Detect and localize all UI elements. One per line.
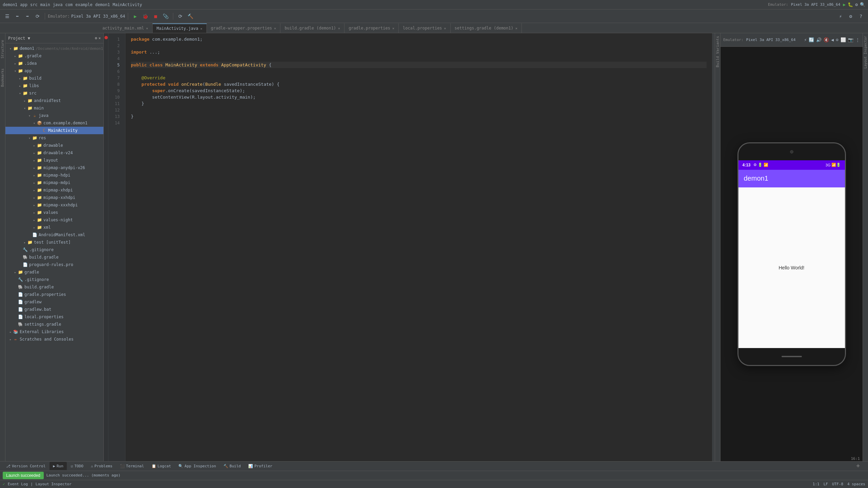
tab-close[interactable]: ✕ — [200, 27, 202, 30]
tree-item-settings-gradle[interactable]: 🐘 settings.gradle — [5, 321, 103, 328]
tree-item-xml[interactable]: ▸ 📁 xml — [5, 224, 103, 231]
bookmarks-label[interactable]: Bookmarks — [1, 68, 4, 87]
tree-item-external-libs[interactable]: ▸ 📚 External Libraries — [5, 328, 103, 336]
tab-settings-gradle[interactable]: settings.gradle (demon1) ✕ — [451, 23, 522, 33]
tree-item-gradle-props[interactable]: 📄 gradle.properties — [5, 291, 103, 298]
tree-item-gitignore-app[interactable]: 🔧 .gitignore — [5, 246, 103, 253]
tree-item-gradle-dir[interactable]: ▸ 📁 gradle — [5, 268, 103, 276]
launch-succeeded-button[interactable]: Launch succeeded — [3, 472, 44, 479]
tree-item-libs[interactable]: ▸ 📁 libs — [5, 82, 103, 89]
tab-close[interactable]: ✕ — [338, 26, 340, 30]
tree-item-values-night[interactable]: ▸ 📁 values-night — [5, 216, 103, 224]
debug-icon[interactable]: 🐛 — [848, 2, 853, 7]
menu-mainactivity[interactable]: MainActivity — [113, 2, 142, 7]
tab-logcat[interactable]: 📋 Logcat — [148, 462, 175, 470]
tree-item-mipmap-xxxhdpi[interactable]: ▸ 📁 mipmap-xxxhdpi — [5, 201, 103, 209]
sidebar-header[interactable]: Project ▼ ⚙ ✕ — [5, 33, 103, 43]
emu-settings-btn[interactable]: ⋮ — [855, 37, 860, 42]
search-icon[interactable]: 🔍 — [860, 2, 865, 7]
menu-demon1[interactable]: demon1 — [3, 2, 17, 7]
tab-activity-main-xml[interactable]: activity_main.xml ✕ — [98, 23, 153, 33]
tree-item-test[interactable]: ▸ 📁 test [unitTest] — [5, 239, 103, 246]
tree-item-scratches[interactable]: ▸ ✏ Scratches and Consoles — [5, 336, 103, 343]
tree-item-androidmanifest[interactable]: 📄 AndroidManifest.xml — [5, 231, 103, 239]
tree-item-demon1-root[interactable]: ▾ 📁 demon1 /Documents/code/Android/demon… — [5, 45, 103, 52]
layout-inspector-btn[interactable]: Layout Inspector — [36, 482, 72, 486]
tree-item-local-props[interactable]: 📄 local.properties — [5, 313, 103, 321]
settings-icon[interactable]: ⚙ — [855, 2, 858, 7]
tab-app-inspection[interactable]: 🔍 App Inspection — [175, 462, 219, 470]
code-editor[interactable]: 1 2 3 4 5 6 7 8 9 10 11 12 13 14 package… — [104, 33, 715, 461]
tree-item-mipmap-anydpi[interactable]: ▸ 📁 mipmap-anydpi-v26 — [5, 164, 103, 171]
emu-vol-up-btn[interactable]: 🔊 — [816, 37, 822, 42]
tree-item-mipmap-hdpi[interactable]: ▸ 📁 mipmap-hdpi — [5, 171, 103, 179]
tree-item-mipmap-mdpi[interactable]: ▸ 📁 mipmap-mdpi — [5, 179, 103, 186]
toolbar-btn-forward[interactable]: ➡ — [23, 12, 32, 21]
emu-power-btn[interactable]: ⚡ — [804, 37, 807, 42]
layout-inspector-label[interactable]: Layout Inspector — [864, 36, 867, 68]
structure-label[interactable]: Structure — [1, 40, 4, 58]
emu-home-btn[interactable]: ⊙ — [836, 37, 839, 42]
emulator-toolbar-device[interactable]: Pixel 3a API 33_x86_64 — [71, 14, 125, 19]
tree-item-src[interactable]: ▾ 📁 src — [5, 89, 103, 97]
phone-body[interactable]: Hello World! — [738, 187, 845, 348]
debug-btn[interactable]: 🐞 — [141, 12, 150, 21]
emu-back-btn[interactable]: ◀ — [831, 37, 834, 42]
tree-item-res[interactable]: ▾ 📁 res — [5, 134, 103, 142]
tab-todo[interactable]: ☑ TODO — [67, 462, 87, 470]
toolbar-btn-back[interactable]: ⬅ — [13, 12, 22, 21]
settings-toolbar-btn[interactable]: ⚙ — [846, 12, 855, 21]
attach-btn[interactable]: 📎 — [161, 12, 170, 21]
tab-close[interactable]: ✕ — [515, 26, 517, 30]
tree-item-build-gradle-app[interactable]: 🐘 build.gradle — [5, 253, 103, 261]
tab-profiler[interactable]: 📊 Profiler — [245, 462, 276, 470]
menu-example[interactable]: example — [75, 2, 93, 7]
emu-overview-btn[interactable]: ⬜ — [841, 37, 846, 42]
emu-vol-down-btn[interactable]: 🔇 — [824, 37, 829, 42]
emulator-device[interactable]: Pixel 3a API 33_x86_64 — [791, 2, 841, 7]
stop-btn[interactable]: ■ — [151, 12, 160, 21]
app-menu[interactable]: demon1 app src main java com example dem… — [3, 2, 142, 7]
menu-src[interactable]: src — [30, 2, 38, 7]
tab-local-properties[interactable]: local.properties ✕ — [399, 23, 451, 33]
tree-item-gitignore-root[interactable]: 🔧 .gitignore — [5, 276, 103, 283]
tree-item-drawable-v24[interactable]: ▸ 📁 drawable-v24 — [5, 149, 103, 157]
tab-gradle-properties[interactable]: gradle.properties ✕ — [344, 23, 399, 33]
event-log-btn[interactable]: Event Log — [8, 482, 28, 486]
tree-item-gradle-hidden[interactable]: ▸ 📁 .gradle — [5, 52, 103, 60]
tab-build[interactable]: 🔨 Build — [220, 462, 244, 470]
menu-java[interactable]: java — [53, 2, 63, 7]
tree-item-mipmap-xhdpi[interactable]: ▸ 📁 mipmap-xhdpi — [5, 186, 103, 194]
tab-close[interactable]: ✕ — [444, 26, 446, 30]
sidebar-tree[interactable]: ▾ 📁 demon1 /Documents/code/Android/demon… — [5, 43, 103, 461]
breakpoint-row-5[interactable] — [104, 36, 108, 42]
tab-problems[interactable]: ⚠ Problems — [87, 462, 116, 470]
emu-rotate-btn[interactable]: 🔄 — [809, 37, 814, 42]
tree-item-package[interactable]: ▾ 📦 com.example.demon1 — [5, 119, 103, 127]
tab-close[interactable]: ✕ — [392, 26, 394, 30]
tree-item-androidtest[interactable]: ▸ 📁 androidTest — [5, 97, 103, 104]
toolbar-sync[interactable]: ⟳ — [33, 12, 42, 21]
tab-close[interactable]: ✕ — [274, 26, 276, 30]
tree-item-gradlew-bat[interactable]: 📄 gradlew.bat — [5, 306, 103, 313]
tree-item-values[interactable]: ▸ 📁 values — [5, 209, 103, 216]
tab-terminal[interactable]: ⬛ Terminal — [117, 462, 147, 470]
menu-demon1-pkg[interactable]: demon1 — [95, 2, 110, 7]
tree-item-build[interactable]: ▸ 📁 build — [5, 75, 103, 82]
menu-main[interactable]: main — [40, 2, 50, 7]
tree-item-mainactivity[interactable]: C MainActivity — [5, 127, 103, 134]
tree-item-proguard[interactable]: 📄 proguard-rules.pro — [5, 261, 103, 268]
emu-screenshot-btn[interactable]: 📷 — [848, 37, 853, 42]
tree-item-drawable[interactable]: ▸ 📁 drawable — [5, 142, 103, 149]
sync-btn[interactable]: ⟳ — [176, 12, 185, 21]
sidebar-icon-gear[interactable]: ⚙ — [95, 36, 97, 40]
code-content[interactable]: package com.example.demon1; import ...; … — [125, 33, 712, 461]
editor-scrollbar[interactable] — [712, 33, 715, 461]
menu-app[interactable]: app — [20, 2, 27, 7]
tree-item-idea[interactable]: ▸ 📁 .idea — [5, 60, 103, 67]
sidebar-icon-close[interactable]: ✕ — [98, 36, 101, 40]
tree-item-app[interactable]: ▾ 📁 app — [5, 67, 103, 75]
help-btn[interactable]: ? — [856, 12, 865, 21]
tree-item-build-gradle-root[interactable]: 🐘 build.gradle — [5, 283, 103, 291]
tree-item-java[interactable]: ▾ ☕ java — [5, 112, 103, 119]
